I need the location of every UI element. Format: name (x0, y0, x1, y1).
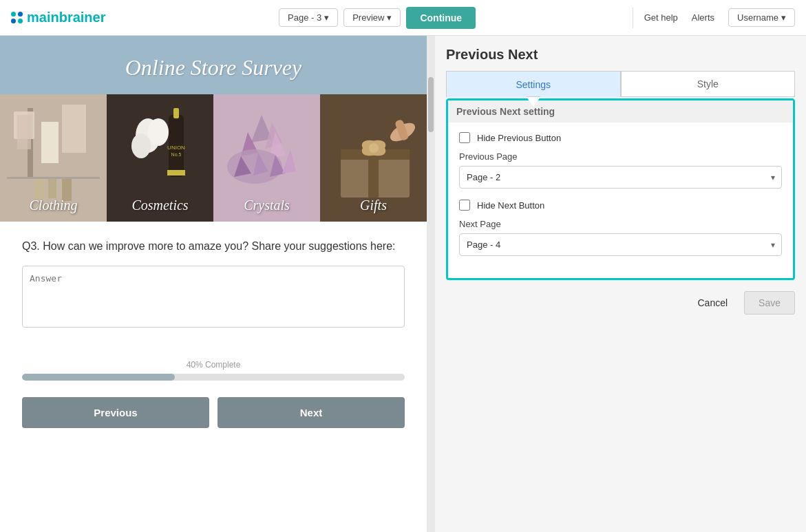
svg-text:No.5: No.5 (171, 152, 182, 157)
progress-area: 40% Complete (0, 346, 427, 381)
panel-footer: Cancel Save (446, 291, 795, 315)
preview-button[interactable]: Preview ▾ (343, 8, 401, 27)
image-cosmetics: UNION No.5 Cosmetics (107, 94, 213, 222)
clothing-label: Clothing (0, 198, 107, 213)
next-button[interactable]: Next (218, 397, 405, 428)
scroll-thumb[interactable] (428, 77, 434, 132)
progress-label: 40% Complete (22, 360, 405, 370)
svg-text:UNION: UNION (167, 145, 185, 151)
username-label: Username (737, 12, 778, 23)
save-button[interactable]: Save (744, 291, 795, 315)
continue-label: Continue (420, 12, 462, 23)
next-page-select[interactable]: Page - 4 Page - 5 (459, 233, 782, 256)
nav-divider (633, 8, 633, 28)
page-selector-button[interactable]: Page - 3 ▾ (279, 8, 338, 27)
hide-previous-label: Hide Previous Button (477, 133, 561, 143)
chevron-down-icon: ▾ (387, 12, 392, 23)
tabs-row: Settings Style (446, 71, 795, 97)
chevron-down-icon: ▾ (781, 12, 786, 23)
logo-dot-4 (18, 19, 23, 23)
tab-style[interactable]: Style (621, 71, 796, 97)
svg-rect-33 (368, 149, 379, 198)
tab-settings-label: Settings (516, 79, 551, 90)
crystals-label: Crystals (213, 198, 320, 213)
scroll-divider[interactable] (427, 36, 435, 532)
survey-images-row: Clothing UNION No.5 Cosmetics (0, 94, 427, 222)
cancel-button[interactable]: Cancel (686, 291, 739, 315)
next-button-label: Next (300, 407, 323, 418)
logo-dot-3 (11, 19, 16, 23)
get-help-link[interactable]: Get help (644, 12, 678, 23)
survey-question: Q3. How can we improve more to amaze you… (22, 238, 405, 255)
tab-style-label: Style (697, 78, 719, 89)
hide-next-row: Hide Next Button (459, 200, 782, 211)
logo-text: mainbrainer (27, 10, 106, 25)
svg-rect-17 (167, 170, 185, 175)
image-crystals: Crystals (213, 94, 320, 222)
survey-nav-buttons: Previous Next (0, 381, 427, 445)
username-button[interactable]: Username ▾ (728, 8, 795, 27)
survey-panel: Online Store Survey (0, 36, 427, 532)
previous-page-field-label: Previous Page (459, 151, 782, 162)
gifts-label: Gifts (320, 198, 427, 213)
nav-right: Get help Alerts Username ▾ (644, 8, 795, 27)
logo: mainbrainer (11, 10, 106, 25)
svg-rect-7 (7, 177, 100, 179)
previous-button[interactable]: Previous (22, 397, 209, 428)
svg-rect-9 (48, 179, 56, 198)
page-label: Page - 3 (288, 12, 321, 23)
chevron-down-icon: ▾ (324, 12, 329, 23)
survey-title: Online Store Survey (11, 55, 416, 81)
main-layout: Online Store Survey (0, 36, 806, 532)
tab-settings[interactable]: Settings (446, 71, 621, 97)
svg-rect-4 (17, 115, 31, 149)
nav-center: Page - 3 ▾ Preview ▾ Continue (134, 7, 622, 29)
svg-point-13 (148, 118, 169, 146)
progress-bar-background (22, 374, 405, 381)
svg-rect-8 (34, 179, 45, 200)
next-page-select-wrapper: Page - 4 Page - 5 ▾ (459, 233, 782, 256)
alerts-link[interactable]: Alerts (692, 12, 714, 23)
hide-next-checkbox[interactable] (459, 200, 470, 211)
hide-previous-row: Hide Previous Button (459, 132, 782, 143)
image-clothing: Clothing (0, 94, 107, 222)
settings-box: Previous Next setting Hide Previous Butt… (446, 98, 795, 280)
cancel-label: Cancel (697, 297, 728, 308)
survey-header: Online Store Survey (0, 36, 427, 94)
svg-rect-6 (62, 105, 86, 153)
svg-rect-16 (173, 108, 179, 118)
next-page-field-label: Next Page (459, 219, 782, 229)
panel-title: Previous Next (446, 47, 795, 63)
answer-textarea[interactable] (22, 266, 405, 328)
previous-button-label: Previous (94, 407, 137, 418)
image-gifts: Gifts (320, 94, 427, 222)
settings-section-title: Previous Next setting (448, 100, 793, 123)
continue-button[interactable]: Continue (406, 7, 476, 29)
right-panel: Previous Next Settings Style Previous Ne… (435, 36, 806, 532)
hide-previous-checkbox[interactable] (459, 132, 470, 143)
hide-next-label: Hide Next Button (477, 200, 544, 211)
preview-label: Preview (352, 12, 384, 23)
save-label: Save (759, 297, 781, 308)
survey-content: Q3. How can we improve more to amaze you… (0, 222, 427, 346)
svg-rect-5 (41, 122, 59, 163)
logo-dots (11, 12, 23, 23)
previous-page-select-wrapper: Page - 2 Page - 1 ▾ (459, 166, 782, 189)
top-navigation: mainbrainer Page - 3 ▾ Preview ▾ Continu… (0, 0, 806, 36)
logo-dot-2 (18, 12, 23, 17)
logo-dot-1 (11, 12, 16, 17)
svg-point-14 (131, 134, 151, 158)
cursor-arrow-icon (527, 97, 540, 107)
svg-point-36 (369, 143, 379, 153)
previous-page-select[interactable]: Page - 2 Page - 1 (459, 166, 782, 189)
cosmetics-label: Cosmetics (107, 198, 213, 213)
progress-bar-fill (22, 374, 175, 381)
